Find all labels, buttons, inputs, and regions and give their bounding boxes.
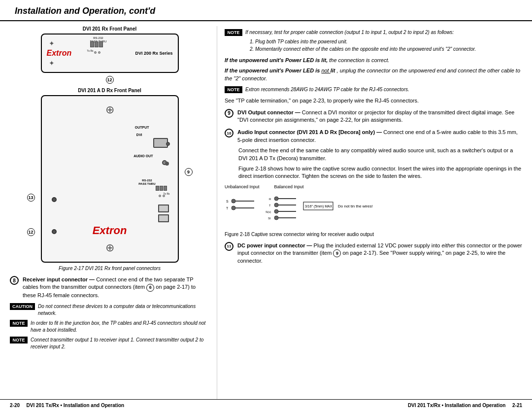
footer-separator-right [507, 403, 510, 408]
caution-text: Do not connect these devices to a comput… [38, 303, 209, 317]
figure18-caption: Figure 2-18 Captive screw connector wiri… [225, 232, 522, 237]
badge-12-small: 12 [106, 76, 114, 84]
tx-rx-label: Tx Rx [87, 49, 94, 52]
item10-text3: Figure 2-18 shows how to wire the captiv… [238, 165, 522, 180]
note3-label: NOTE [225, 29, 242, 36]
step1: Plug both TP cables into the powered uni… [255, 38, 476, 45]
device-diagram-large: ⊕ ⊕ OUTPUT DVI AUDIO OUT [41, 95, 179, 263]
main-content: DVI 201 Rx Front Panel RS-232PASS THRU T… [0, 26, 532, 399]
footer-left-title: DVI 201 Tx/Rx • Installation and Operati… [27, 403, 125, 408]
led-notlit-text: If the unpowered unit's Power LED is not… [225, 67, 522, 82]
device-diagram-small: RS-232PASS THRU Tx Rx [41, 34, 179, 73]
wiring-svg: S T R T S(s) Sl [225, 191, 397, 226]
wiring-labels-row: Unbalanced Input Balanced Input [225, 184, 522, 189]
panel1-label: DVI 201 Rx Front Panel [10, 26, 209, 32]
svg-text:T: T [226, 206, 229, 210]
item8-ref-badge: 6 [146, 284, 154, 292]
item9-text: DVI Output connector — Connect a DVI mon… [237, 109, 522, 124]
note1-label: NOTE [10, 320, 28, 327]
item10-text: Audio Input connector (DVI 201 A D Rx [D… [237, 129, 522, 144]
badge-8: 8 [10, 276, 19, 285]
svg-point-8 [274, 209, 278, 213]
item8-bold: Receiver input connector — [23, 276, 95, 282]
audio-out-label: AUDIO OUT [133, 154, 153, 158]
led-lit-bold: If the unpowered unit's Power LED is lit… [225, 57, 328, 63]
note3-box: NOTE If necessary, test for proper cable… [225, 29, 522, 53]
led-large2 [163, 195, 165, 197]
rj45-text: See "TP cable termination," on page 2-23… [225, 97, 522, 104]
led-not-word: not [321, 68, 330, 73]
item9-title: DVI Output connector — [237, 109, 300, 115]
badge-10: 10 [225, 129, 233, 137]
footer-left-page: 2-20 [10, 403, 20, 408]
svg-point-0 [232, 199, 235, 203]
crosshair-top: ⊕ [105, 103, 114, 116]
note1-text: In order to fit in the junction box, the… [31, 320, 209, 334]
svg-point-9 [274, 216, 278, 220]
svg-point-6 [274, 197, 278, 201]
rj45-port1 [158, 205, 169, 212]
page-header: Installation and Operation, cont'd [0, 0, 532, 21]
small-diagram-wrapper: RS-232PASS THRU Tx Rx [31, 34, 189, 84]
svg-point-1 [232, 206, 235, 210]
svg-point-7 [274, 203, 278, 207]
chip3 [99, 41, 103, 47]
extron-logo-small: Extron [47, 49, 72, 58]
led2 [98, 51, 100, 54]
note2-text: Connect transmitter output 1 to receiver… [31, 337, 209, 350]
item11-num-wrapper: 11 [225, 242, 233, 251]
svg-text:Sl: Sl [268, 217, 270, 220]
rs232-pass-label: RS-232PASS THRU [138, 179, 155, 186]
panel2-label: DVI 201 A D Rx Front Panel [10, 88, 209, 93]
badge-9-diagram: 9 [185, 168, 193, 176]
connector-star2: ✦ [49, 59, 55, 67]
page: Installation and Operation, cont'd DVI 2… [0, 0, 532, 411]
footer-left: 2-20 DVI 201 Tx/Rx • Installation and Op… [10, 403, 124, 408]
right-column: NOTE If necessary, test for proper cable… [217, 26, 522, 399]
caution-label: CAUTION [10, 303, 35, 310]
led-indicators [94, 51, 100, 54]
item10-text2: Connect the free end of the same cable t… [238, 147, 522, 162]
footer-right-page: 2-21 [512, 403, 522, 408]
rs232-chips-large [156, 186, 167, 191]
page-title: Installation and Operation, cont'd [15, 6, 517, 16]
item-9: 9 DVI Output connector — Connect a DVI m… [225, 109, 522, 124]
output-label: OUTPUT [135, 126, 149, 129]
note4-text: Extron recommends 28AWG to 24AWG TP cabl… [245, 86, 409, 93]
wiring-label-unbalanced: Unbalanced Input [225, 184, 260, 189]
item11-text: DC power input connector — Plug the incl… [237, 242, 522, 265]
page-footer: 2-20 DVI 201 Tx/Rx • Installation and Op… [0, 399, 532, 411]
note4-label: NOTE [225, 86, 242, 93]
left-connector-dot [52, 197, 57, 202]
badge-13: 13 [27, 194, 35, 202]
footer-right: DVI 201 Tx/Rx • Installation and Operati… [408, 403, 522, 408]
left-column: DVI 201 Rx Front Panel RS-232PASS THRU T… [10, 26, 217, 399]
badge-11: 11 [225, 242, 233, 251]
item-10: 10 Audio Input connector (DVI 201 A D Rx… [225, 129, 522, 144]
badge12-small-wrapper: 12 [31, 76, 189, 84]
rj45-ports [158, 205, 169, 222]
extron-logo-large: Extron [93, 224, 127, 237]
note3-content: If necessary, test for proper cable conn… [245, 29, 476, 53]
note2-label: NOTE [10, 337, 28, 343]
svg-text:Do not tin the wires!: Do not tin the wires! [338, 204, 373, 208]
led-large1 [159, 195, 161, 197]
connector-star1: ✦ [49, 39, 55, 47]
chip-l2 [160, 186, 163, 191]
item11-ref-badge: 9 [333, 249, 341, 257]
item10-num-wrapper: 10 [225, 129, 233, 137]
item11-title: DC power input connector — [237, 242, 312, 248]
note1-box: NOTE In order to fit in the junction box… [10, 320, 209, 334]
svg-text:R: R [269, 198, 271, 201]
svg-text:3/16" (5mm) MAX: 3/16" (5mm) MAX [305, 205, 332, 208]
svg-text:S(s): S(s) [266, 210, 271, 213]
footer-separator-left [22, 403, 25, 408]
large-diagram-wrapper: 13 12 9 ⊕ ⊕ OUTPUT DVI [31, 95, 189, 263]
chip1 [90, 41, 94, 47]
dvi-connector-dot [166, 142, 170, 146]
item-8: 8 Receiver input connector — Connect one… [10, 276, 209, 299]
chip-l3 [164, 186, 167, 191]
dvi-series-label: DVI 200 Rx Series [135, 51, 172, 56]
led-lit-rest: the connection is correct. [329, 57, 389, 63]
note3-text: If necessary, test for proper cable conn… [245, 29, 476, 36]
